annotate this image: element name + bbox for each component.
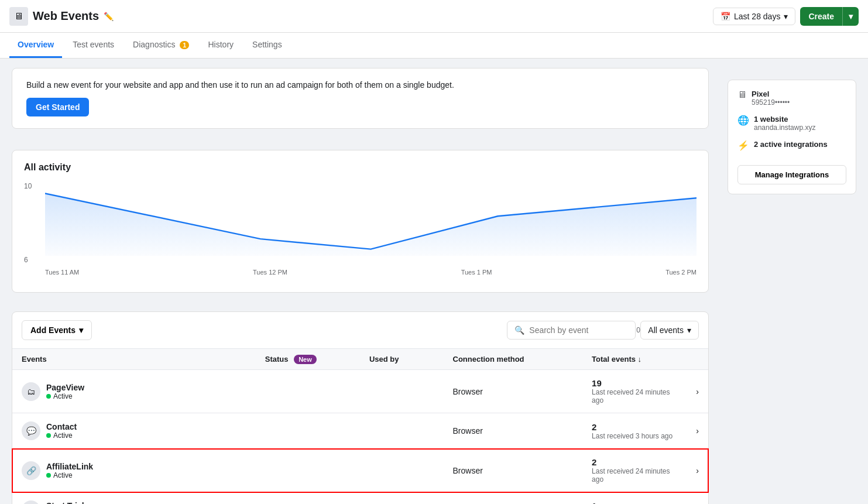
chart-x-0: Tues 11 AM — [45, 269, 79, 276]
sidebar-integrations: ⚡ 2 active integrations — [737, 140, 846, 151]
event-status-contact: Active — [46, 431, 77, 440]
event-total-start-trial: 1 Last received 2 hours ago — [582, 492, 687, 505]
event-icon-pageview: 🗂 — [22, 382, 40, 401]
search-input[interactable] — [529, 325, 632, 335]
get-started-button[interactable]: Get Started — [26, 98, 89, 116]
top-header: 🖥 Web Events ✏️ 📅 Last 28 days ▾ Create … — [0, 0, 868, 33]
add-events-button[interactable]: Add Events ▾ — [22, 320, 92, 340]
event-status-col-pageview — [256, 370, 360, 413]
event-expand-start-trial[interactable]: › — [687, 492, 708, 505]
manage-integrations-button[interactable]: Manage Integrations — [737, 165, 846, 184]
event-icon-start-trial: ⏱ — [22, 500, 40, 504]
header-right: 📅 Last 28 days ▾ Create ▾ — [713, 7, 859, 26]
website-label: 1 website — [754, 115, 815, 124]
activity-section: All activity 10 6 — [12, 150, 709, 293]
banner: Build a new event for your website and a… — [12, 68, 709, 129]
tab-diagnostics[interactable]: Diagnostics 1 — [125, 33, 197, 58]
search-box[interactable]: 🔍 0/50 — [507, 321, 636, 340]
filter-dropdown[interactable]: All events ▾ — [640, 321, 699, 340]
event-status-pageview: Active — [46, 392, 84, 400]
event-expand-pageview[interactable]: › — [687, 370, 708, 413]
tab-history[interactable]: History — [200, 33, 242, 58]
chart-y-bottom: 6 — [24, 256, 42, 264]
edit-icon[interactable]: ✏️ — [104, 12, 114, 21]
integrations-icon: ⚡ — [737, 140, 749, 151]
page-title: Web Events — [33, 9, 99, 23]
website-url: ananda.instawp.xyz — [754, 124, 815, 132]
col-used-by: Used by — [360, 349, 444, 370]
add-events-chevron: ▾ — [79, 325, 83, 335]
event-name-cell-contact: 💬 Contact Active — [12, 413, 256, 449]
events-table: Events Status New Used by Connection met… — [12, 349, 708, 504]
event-connection-pageview: Browser — [444, 370, 583, 413]
event-name-start-trial: Start Trial — [46, 501, 84, 504]
event-name-cell-affiliatelink: 🔗 AffiliateLink Active — [12, 449, 256, 492]
chart-area — [45, 182, 697, 262]
pixel-info: Pixel 595219•••••• — [752, 90, 790, 107]
chart-x-labels: Tues 11 AM Tues 12 PM Tues 1 PM Tues 2 P… — [45, 269, 697, 276]
event-connection-start-trial: Browser — [444, 492, 583, 505]
status-dot-affiliatelink — [46, 473, 51, 478]
chart-x-1: Tues 12 PM — [253, 269, 287, 276]
col-total-events: Total events ↓ — [582, 349, 687, 370]
filter-chevron-icon: ▾ — [687, 325, 691, 335]
event-status-col-contact — [256, 413, 360, 449]
svg-marker-0 — [45, 193, 697, 256]
diagnostics-badge: 1 — [180, 41, 189, 49]
status-dot-pageview — [46, 394, 51, 399]
event-name-cell-pageview: 🗂 PageView Active — [12, 370, 256, 413]
chart-x-3: Tues 2 PM — [665, 269, 697, 276]
col-connection: Connection method — [444, 349, 583, 370]
create-button-label: Create — [800, 7, 842, 26]
activity-title: All activity — [24, 162, 697, 173]
pixel-id: 595219•••••• — [752, 98, 790, 107]
event-icon-affiliatelink: 🔗 — [22, 461, 40, 480]
search-icon: 🔍 — [514, 325, 524, 335]
app-icon: 🖥 — [9, 7, 28, 26]
events-table-section: Add Events ▾ 🔍 0/50 All events ▾ — [12, 311, 709, 504]
status-new-badge: New — [294, 355, 317, 364]
table-row[interactable]: 🔗 AffiliateLink Active Browser 2 Last re… — [12, 449, 708, 492]
tab-overview[interactable]: Overview — [9, 33, 62, 58]
add-events-label: Add Events — [30, 325, 76, 335]
event-expand-affiliatelink[interactable]: › — [687, 449, 708, 492]
sidebar-website: 🌐 1 website ananda.instawp.xyz — [737, 115, 846, 132]
pixel-label: Pixel — [752, 90, 790, 98]
event-expand-contact[interactable]: › — [687, 413, 708, 449]
calendar-icon: 📅 — [721, 12, 730, 21]
chart-svg — [45, 182, 697, 262]
table-row[interactable]: ⏱ Start Trial Active Browser 1 Last rece… — [12, 492, 708, 505]
date-range-label: Last 28 days — [734, 12, 780, 21]
chart-container: 10 6 — [24, 182, 697, 276]
create-dropdown-icon[interactable]: ▾ — [842, 7, 859, 26]
event-used-by-start-trial — [360, 492, 444, 505]
chevron-down-icon: ▾ — [784, 12, 788, 21]
table-row[interactable]: 🗂 PageView Active Browser 19 Last receiv… — [12, 370, 708, 413]
event-name-cell-start-trial: ⏱ Start Trial Active — [12, 492, 256, 505]
nav-tabs: Overview Test events Diagnostics 1 Histo… — [0, 33, 868, 59]
integrations-label: 2 active integrations — [754, 140, 828, 149]
table-row[interactable]: 💬 Contact Active Browser 2 Last received… — [12, 413, 708, 449]
event-name-contact: Contact — [46, 422, 77, 431]
event-status-affiliatelink: Active — [46, 471, 93, 479]
table-header-row: Events Status New Used by Connection met… — [12, 349, 708, 370]
tab-test-events[interactable]: Test events — [64, 33, 122, 58]
event-name-affiliatelink: AffiliateLink — [46, 462, 93, 471]
col-expand — [687, 349, 708, 370]
event-used-by-affiliatelink — [360, 449, 444, 492]
event-used-by-pageview — [360, 370, 444, 413]
tab-settings[interactable]: Settings — [244, 33, 290, 58]
event-icon-contact: 💬 — [22, 421, 40, 440]
event-connection-contact: Browser — [444, 413, 583, 449]
sidebar-card: 🖥 Pixel 595219•••••• 🌐 1 website ananda.… — [728, 80, 856, 194]
website-info: 1 website ananda.instawp.xyz — [754, 115, 815, 132]
create-button[interactable]: Create ▾ — [800, 7, 859, 26]
right-sidebar: 🖥 Pixel 595219•••••• 🌐 1 website ananda.… — [728, 68, 856, 504]
event-total-affiliatelink: 2 Last received 24 minutes ago — [582, 449, 687, 492]
date-range-button[interactable]: 📅 Last 28 days ▾ — [713, 8, 795, 25]
chart-y-top: 10 — [24, 182, 42, 190]
status-dot-contact — [46, 433, 51, 438]
header-left: 🖥 Web Events ✏️ — [9, 7, 114, 26]
event-status-col-start-trial — [256, 492, 360, 505]
banner-text: Build a new event for your website and a… — [26, 80, 694, 90]
